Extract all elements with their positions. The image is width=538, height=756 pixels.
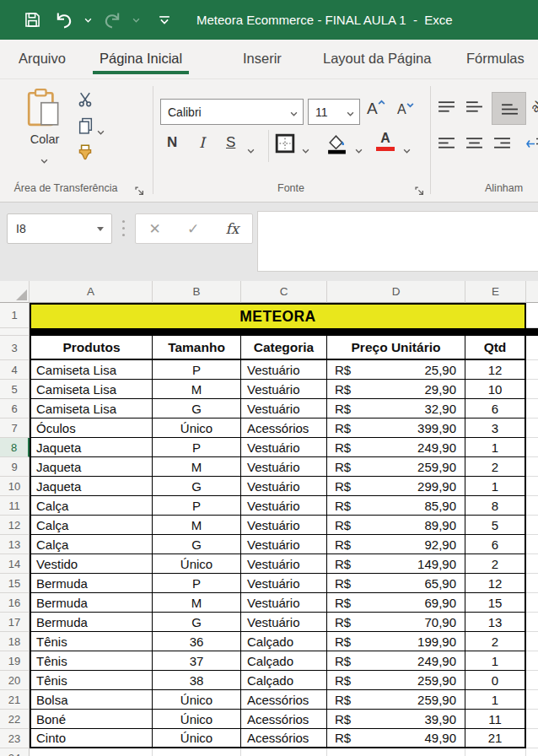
row-header[interactable]: 6 [0, 399, 30, 418]
borders-dropdown-icon[interactable] [302, 142, 309, 157]
cell-preco[interactable]: R$ 92,90 [327, 535, 465, 554]
cell-categoria[interactable]: Vestuário [241, 613, 327, 632]
row-header[interactable]: 19 [0, 651, 30, 671]
cell-categoria[interactable]: Acessórios [241, 690, 327, 710]
row-header[interactable]: 7 [0, 418, 30, 438]
increase-font-size-icon[interactable]: A [367, 100, 385, 118]
save-icon[interactable] [24, 0, 41, 40]
name-box[interactable]: I8 [7, 213, 112, 244]
copy-icon[interactable] [78, 117, 94, 138]
cell-produto[interactable]: Boné [30, 710, 153, 729]
formula-bar-resize-handle[interactable] [122, 227, 125, 230]
column-header-d[interactable]: D [327, 281, 465, 303]
cell-categoria[interactable]: Vestuário [241, 360, 327, 380]
cell-empty[interactable] [241, 748, 327, 756]
cell-empty-f[interactable] [526, 399, 538, 418]
cell-empty-f[interactable] [526, 457, 538, 477]
paste-button-label[interactable]: Colar [28, 132, 62, 146]
cell-empty-f[interactable] [526, 496, 538, 516]
tab-layout-da-pagina[interactable]: Layout da Página [323, 51, 431, 67]
cell-categoria[interactable]: Vestuário [241, 380, 327, 399]
row-header[interactable]: 12 [0, 516, 30, 535]
cell-preco[interactable]: R$ 49,90 [327, 729, 465, 748]
cell-qtd[interactable]: 1 [465, 690, 526, 710]
cell-tamanho[interactable]: G [153, 399, 241, 418]
cell-produto[interactable]: Camiseta Lisa [30, 360, 153, 380]
cell-preco[interactable]: R$ 149,90 [327, 554, 465, 574]
cell-empty-f[interactable] [526, 613, 538, 632]
cell-qtd[interactable]: 15 [465, 593, 526, 613]
cell-tamanho[interactable]: Único [153, 710, 241, 729]
cell-categoria[interactable]: Vestuário [241, 574, 327, 593]
cell-empty[interactable] [30, 748, 153, 756]
cell-qtd[interactable]: 1 [465, 477, 526, 496]
cell-produto[interactable]: Bermuda [30, 574, 153, 593]
column-header-a[interactable]: A [30, 281, 153, 303]
cell-preco[interactable]: R$ 25,90 [327, 360, 465, 380]
cell-empty-f[interactable] [526, 438, 538, 457]
align-top-icon[interactable] [438, 100, 455, 118]
cell-empty-f[interactable] [526, 690, 538, 710]
cell-categoria[interactable]: Vestuário [241, 438, 327, 457]
font-color-icon[interactable]: A [375, 131, 395, 151]
row-header[interactable]: 10 [0, 477, 30, 496]
cell-produto[interactable]: Tênis [30, 651, 153, 671]
name-box-dropdown-icon[interactable] [97, 227, 104, 231]
cell-qtd[interactable]: 0 [465, 671, 526, 690]
cell-preco[interactable]: R$ 249,90 [327, 651, 465, 671]
cell-empty-f[interactable] [526, 710, 538, 729]
cell-header-produtos[interactable]: Produtos [30, 336, 153, 360]
align-bottom-button-selected[interactable] [492, 92, 526, 125]
cell-produto[interactable]: Tênis [30, 632, 153, 651]
decrease-indent-icon[interactable] [526, 137, 538, 154]
fill-color-dropdown-icon[interactable] [355, 142, 363, 157]
row-header[interactable]: 11 [0, 496, 30, 516]
cell-tamanho[interactable]: M [153, 593, 241, 613]
cell-produto[interactable]: Tênis [30, 671, 153, 690]
row-header[interactable]: 15 [0, 574, 30, 593]
row-header[interactable]: 5 [0, 380, 30, 399]
cell-produto[interactable]: Cinto [30, 729, 153, 748]
cell-empty-f[interactable] [526, 418, 538, 438]
cell-categoria[interactable]: Vestuário [241, 554, 327, 574]
cell-empty-f[interactable] [526, 477, 538, 496]
row-header[interactable]: 3 [0, 336, 30, 360]
cell-header-tamanho[interactable]: Tamanho [153, 336, 241, 360]
cell-preco[interactable]: R$ 65,90 [327, 574, 465, 593]
row-header[interactable]: 17 [0, 613, 30, 632]
cell-empty-f[interactable] [526, 651, 538, 671]
row-header[interactable]: 8 [0, 438, 30, 457]
cell-empty-f[interactable] [526, 574, 538, 593]
cell-tamanho[interactable]: G [153, 477, 241, 496]
cell-produto[interactable]: Bermuda [30, 593, 153, 613]
cell-produto[interactable]: Jaqueta [30, 438, 153, 457]
tab-inserir[interactable]: Inserir [243, 51, 282, 67]
cell-qtd[interactable]: 8 [465, 496, 526, 516]
column-header-e[interactable]: E [465, 281, 526, 303]
cell-categoria[interactable]: Acessórios [241, 418, 327, 438]
row-header[interactable]: 21 [0, 690, 30, 710]
cell-preco[interactable]: R$ 299,90 [327, 477, 465, 496]
cell-produto[interactable]: Jaqueta [30, 477, 153, 496]
cell-preco[interactable]: R$ 85,90 [327, 496, 465, 516]
cancel-icon[interactable]: ✕ [149, 220, 161, 238]
cell-preco[interactable]: R$ 259,90 [327, 671, 465, 690]
cell-categoria[interactable]: Vestuário [241, 496, 327, 516]
cell-preco[interactable]: R$ 199,90 [327, 632, 465, 651]
row-header[interactable]: 18 [0, 632, 30, 651]
black-divider-row[interactable] [30, 328, 538, 336]
align-left-icon[interactable] [438, 137, 455, 154]
cell-preco[interactable]: R$ 29,90 [327, 380, 465, 399]
tab-arquivo[interactable]: Arquivo [19, 51, 66, 67]
row-header[interactable]: 23 [0, 729, 30, 748]
redo-dropdown-icon[interactable] [132, 0, 140, 40]
enter-icon[interactable]: ✓ [187, 220, 199, 238]
row-header[interactable] [0, 328, 30, 336]
cell-empty[interactable] [465, 748, 526, 756]
cell-preco[interactable]: R$ 259,90 [327, 457, 465, 477]
cell-empty[interactable] [153, 748, 241, 756]
fill-color-icon[interactable] [325, 132, 348, 158]
row-header[interactable]: 24 [0, 748, 30, 756]
cell-qtd[interactable]: 2 [465, 457, 526, 477]
cell-header-preco[interactable]: Preço Unitário [327, 336, 465, 360]
